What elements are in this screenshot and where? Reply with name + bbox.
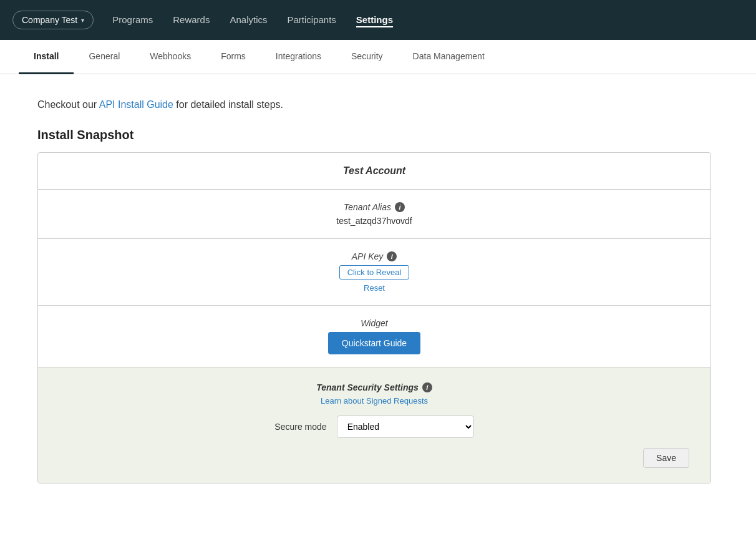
security-section: Tenant Security Settings i Learn about S… bbox=[38, 367, 710, 483]
save-row: Save bbox=[53, 448, 695, 468]
tenant-alias-row: Tenant Alias i test_atzqd37hvovdf bbox=[38, 190, 710, 239]
api-key-label: API Key i bbox=[51, 251, 698, 261]
tab-webhooks[interactable]: Webhooks bbox=[135, 40, 206, 74]
security-title: Tenant Security Settings i bbox=[53, 382, 695, 392]
tab-general[interactable]: General bbox=[74, 40, 135, 74]
secure-mode-select[interactable]: Enabled Disabled bbox=[337, 416, 474, 438]
secure-mode-label: Secure mode bbox=[274, 422, 326, 432]
intro-paragraph: Checkout our API Install Guide for detai… bbox=[37, 99, 711, 110]
tab-security[interactable]: Security bbox=[336, 40, 398, 74]
api-key-info-icon[interactable]: i bbox=[387, 251, 397, 261]
nav-participants[interactable]: Participants bbox=[287, 12, 336, 27]
save-button[interactable]: Save bbox=[643, 448, 689, 468]
company-name: Company Test bbox=[22, 15, 77, 25]
security-info-icon[interactable]: i bbox=[422, 382, 432, 392]
secure-mode-row: Secure mode Enabled Disabled bbox=[53, 416, 695, 438]
widget-label: Widget bbox=[51, 318, 698, 328]
api-install-guide-link[interactable]: API Install Guide bbox=[99, 99, 173, 110]
click-to-reveal-button[interactable]: Click to Reveal bbox=[339, 265, 410, 280]
settings-tabs: Install General Webhooks Forms Integrati… bbox=[0, 40, 756, 74]
card-header-row: Test Account bbox=[38, 153, 710, 190]
nav-analytics[interactable]: Analytics bbox=[230, 12, 267, 27]
snapshot-card: Test Account Tenant Alias i test_atzqd37… bbox=[37, 152, 711, 484]
tenant-alias-value: test_atzqd37hvovdf bbox=[51, 216, 698, 226]
card-title: Test Account bbox=[343, 165, 405, 176]
nav-programs[interactable]: Programs bbox=[112, 12, 153, 27]
company-selector[interactable]: Company Test ▾ bbox=[12, 11, 94, 29]
tab-install[interactable]: Install bbox=[19, 40, 74, 74]
chevron-down-icon: ▾ bbox=[81, 17, 84, 24]
quickstart-guide-button[interactable]: Quickstart Guide bbox=[328, 332, 420, 354]
api-key-row: API Key i Click to Reveal Reset bbox=[38, 239, 710, 306]
nav-rewards[interactable]: Rewards bbox=[173, 12, 210, 27]
main-content: Checkout our API Install Guide for detai… bbox=[0, 74, 749, 508]
tab-data-management[interactable]: Data Management bbox=[398, 40, 500, 74]
top-nav: Company Test ▾ Programs Rewards Analytic… bbox=[0, 0, 756, 40]
widget-row: Widget Quickstart Guide bbox=[38, 306, 710, 367]
tenant-alias-label: Tenant Alias i bbox=[51, 202, 698, 212]
tab-forms[interactable]: Forms bbox=[206, 40, 261, 74]
intro-text-after: for detailed install steps. bbox=[173, 99, 283, 110]
learn-signed-requests-link[interactable]: Learn about Signed Requests bbox=[53, 396, 695, 406]
reset-api-key-link[interactable]: Reset bbox=[51, 283, 698, 293]
section-title: Install Snapshot bbox=[37, 128, 711, 142]
tab-integrations[interactable]: Integrations bbox=[261, 40, 336, 74]
main-nav-links: Programs Rewards Analytics Participants … bbox=[112, 14, 393, 26]
nav-settings[interactable]: Settings bbox=[356, 12, 393, 27]
intro-text-before: Checkout our bbox=[37, 99, 99, 110]
tenant-alias-info-icon[interactable]: i bbox=[395, 202, 405, 212]
